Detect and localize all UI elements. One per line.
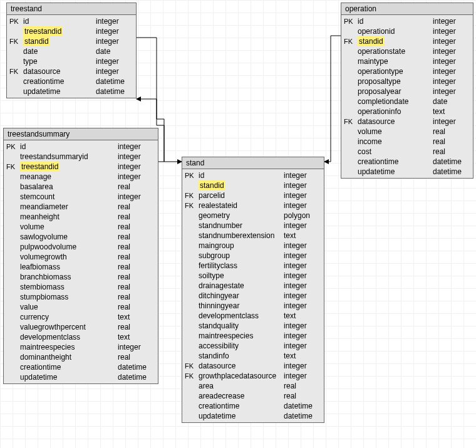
column-name: parcelid	[199, 190, 284, 201]
column-row: FKparcelidinteger	[182, 190, 324, 201]
column-name: basalarea	[20, 182, 118, 192]
column-type: integer	[433, 26, 470, 36]
column-name: id	[23, 16, 96, 26]
column-name: updatetime	[20, 372, 118, 382]
column-row: updatetimedatetime	[341, 167, 473, 177]
column-type: integer	[284, 241, 321, 251]
column-type: integer	[118, 152, 155, 162]
column-type: integer	[433, 66, 470, 76]
column-row: meandiameterreal	[4, 202, 158, 212]
column-type: integer	[433, 56, 470, 66]
column-type: integer	[284, 180, 321, 190]
table-operation: operation PKidintegeroperationidintegerF…	[341, 3, 473, 179]
column-type: real	[284, 381, 321, 391]
column-type: datetime	[433, 167, 470, 177]
column-row: volumereal	[341, 127, 473, 137]
column-key: PK	[9, 16, 23, 26]
column-name: volume	[20, 222, 118, 232]
column-name: datasource	[199, 361, 284, 371]
column-row: basalareareal	[4, 182, 158, 192]
column-key: FK	[185, 201, 199, 211]
column-name: branchbiomass	[20, 272, 118, 282]
column-name: maintreespecies	[20, 342, 118, 352]
column-name: proposalyear	[358, 86, 433, 96]
column-row: soiltypeinteger	[182, 271, 324, 281]
column-name: currency	[20, 312, 118, 322]
column-name: updatetime	[23, 86, 96, 96]
column-type: integer	[284, 371, 321, 381]
column-name: creationtime	[358, 157, 433, 167]
column-row: proposaltypeinteger	[341, 76, 473, 86]
column-row: standinfotext	[182, 351, 324, 361]
column-type: integer	[433, 36, 470, 46]
column-row: creationtimedatetime	[4, 362, 158, 372]
column-name: standid	[358, 36, 433, 46]
column-name: id	[199, 170, 284, 180]
column-row: proposalyearinteger	[341, 86, 473, 96]
column-row: treestandsummaryidinteger	[4, 152, 158, 162]
column-row: subgroupinteger	[182, 251, 324, 261]
column-row: developmentclasstext	[182, 311, 324, 321]
column-name: standnumber	[199, 221, 284, 231]
column-name: thinningyear	[199, 301, 284, 311]
column-type: integer	[96, 56, 133, 66]
column-row: FKstandidinteger	[7, 36, 136, 46]
highlight: treestandid	[23, 26, 63, 36]
column-name: standquality	[199, 321, 284, 331]
column-row: meanheightreal	[4, 212, 158, 222]
column-type: real	[118, 212, 155, 222]
table-body: PKidintegertreestandsummaryidintegerFKtr…	[4, 140, 158, 383]
column-row: fertilityclassinteger	[182, 261, 324, 271]
column-type: text	[284, 351, 321, 361]
column-row: valuegrowthpercentreal	[4, 322, 158, 332]
column-row: currencytext	[4, 312, 158, 322]
column-type: real	[118, 242, 155, 252]
table-header: treestand	[7, 3, 136, 15]
column-name: creationtime	[23, 76, 96, 86]
column-type: datetime	[96, 76, 133, 86]
column-row: operationinfotext	[341, 107, 473, 117]
column-name: accessibility	[199, 341, 284, 351]
column-name: dominantheight	[20, 352, 118, 362]
column-row: PKidinteger	[182, 170, 324, 180]
column-name: cost	[358, 147, 433, 157]
column-key: FK	[185, 190, 199, 201]
column-type: integer	[118, 142, 155, 152]
column-name: standnumberextension	[199, 231, 284, 241]
column-type: integer	[96, 26, 133, 36]
column-row: operationstateinteger	[341, 46, 473, 56]
column-name: operationinfo	[358, 107, 433, 117]
column-type: real	[118, 352, 155, 362]
column-row: PKidinteger	[4, 142, 158, 152]
column-type: real	[433, 147, 470, 157]
column-row: operationidinteger	[341, 26, 473, 36]
column-type: text	[433, 107, 470, 117]
column-name: maingroup	[199, 241, 284, 251]
column-name: value	[20, 302, 118, 312]
column-name: growthplacedatasource	[199, 371, 284, 381]
column-row: stemcountinteger	[4, 192, 158, 202]
column-name: ditchingyear	[199, 291, 284, 301]
column-type: real	[118, 232, 155, 242]
column-row: PKidinteger	[341, 16, 473, 26]
column-name: id	[358, 16, 433, 26]
column-type: integer	[96, 66, 133, 76]
column-name: maintype	[358, 56, 433, 66]
column-name: treestandsummaryid	[20, 152, 118, 162]
column-name: proposaltype	[358, 76, 433, 86]
column-row: volumegrowthreal	[4, 252, 158, 262]
column-type: integer	[284, 251, 321, 261]
column-type: integer	[96, 16, 133, 26]
column-type: real	[118, 262, 155, 272]
column-name: standinfo	[199, 351, 284, 361]
column-type: real	[284, 391, 321, 401]
column-row: areadecreasereal	[182, 391, 324, 401]
column-row: accessibilityinteger	[182, 341, 324, 351]
column-key: PK	[6, 142, 20, 152]
column-name: maintreespecies	[199, 331, 284, 341]
column-type: integer	[96, 36, 133, 46]
column-row: completiondatedate	[341, 96, 473, 107]
column-row: creationtimedatetime	[341, 157, 473, 167]
column-row: areareal	[182, 381, 324, 391]
column-row: thinningyearinteger	[182, 301, 324, 311]
